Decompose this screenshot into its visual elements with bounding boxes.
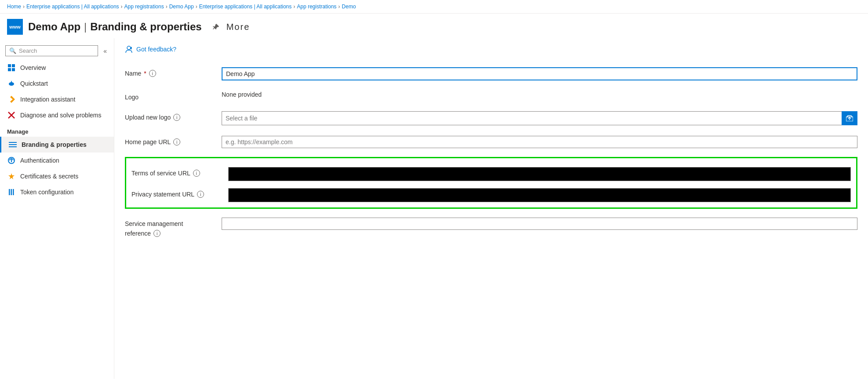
token-label: Token configuration [20, 189, 73, 196]
sidebar-item-overview[interactable]: Overview [0, 60, 114, 76]
svg-rect-16 [11, 189, 12, 195]
field-homepage [222, 136, 857, 148]
tos-input[interactable] [228, 167, 851, 181]
feedback-bar[interactable]: Got feedback? [125, 45, 857, 53]
label-upload-logo: Upload new logo i [125, 111, 222, 121]
search-area: 🔍 « [0, 42, 114, 60]
more-button[interactable]: More [225, 20, 252, 34]
form-container: Name * i Logo None provided [125, 62, 857, 242]
feedback-icon [125, 45, 133, 53]
overview-icon [7, 63, 16, 72]
svg-rect-10 [9, 144, 17, 145]
app-name: Demo App [28, 21, 80, 33]
logo-static-value: None provided [222, 88, 262, 98]
search-input[interactable] [19, 47, 94, 54]
highlighted-section: Terms of service URL i Privacy statement… [125, 157, 857, 209]
field-tos [228, 167, 851, 181]
authentication-label: Authentication [20, 157, 59, 164]
label-privacy: Privacy statement URL i [131, 188, 228, 198]
main-layout: 🔍 « Overview [0, 38, 868, 379]
collapse-button[interactable]: « [102, 46, 109, 56]
certificates-icon [7, 172, 16, 181]
label-tos: Terms of service URL i [131, 167, 228, 177]
svg-rect-0 [8, 64, 11, 67]
sidebar-item-quickstart[interactable]: Quickstart [0, 76, 114, 91]
homepage-info-icon[interactable]: i [173, 138, 180, 145]
feedback-label: Got feedback? [136, 46, 176, 53]
sidebar-item-authentication[interactable]: Authentication [0, 153, 114, 168]
service-mgmt-input[interactable] [222, 218, 857, 230]
label-logo: Logo [125, 91, 222, 101]
branding-label: Branding & properties [22, 141, 87, 148]
svg-rect-17 [13, 189, 14, 195]
breadcrumb-demo[interactable]: Demo [342, 4, 356, 10]
app-icon: www [7, 19, 23, 35]
integration-label: Integration assistant [20, 96, 75, 103]
form-row-name: Name * i [125, 62, 857, 86]
sidebar-item-integration[interactable]: Integration assistant [0, 91, 114, 107]
privacy-input[interactable] [228, 188, 851, 202]
header-actions: More [211, 20, 252, 34]
form-row-privacy: Privacy statement URL i [131, 185, 851, 202]
svg-rect-15 [9, 189, 10, 195]
label-name: Name * i [125, 67, 222, 77]
file-input[interactable] [222, 111, 842, 125]
field-service-mgmt [222, 218, 857, 230]
manage-section-header: Manage [0, 123, 114, 137]
integration-icon [7, 95, 16, 104]
breadcrumb-app-registrations-2[interactable]: App registrations [297, 4, 336, 10]
branding-icon [8, 140, 17, 149]
required-indicator: * [144, 70, 146, 77]
svg-point-18 [127, 46, 131, 50]
label-service-mgmt: Service management reference i [125, 218, 222, 237]
content-area: Got feedback? Name * i Logo [114, 38, 868, 379]
page-header: www Demo App | Branding & properties Mor… [0, 14, 868, 38]
file-browse-button[interactable] [842, 111, 857, 125]
form-row-logo: Logo None provided [125, 86, 857, 106]
breadcrumb: Home › Enterprise applications | All app… [0, 0, 868, 14]
sidebar: 🔍 « Overview [0, 38, 114, 379]
label-homepage: Home page URL i [125, 136, 222, 145]
homepage-input[interactable] [222, 136, 857, 148]
token-icon [7, 188, 16, 196]
sidebar-item-certificates[interactable]: Certificates & secrets [0, 168, 114, 184]
form-row-service-mgmt: Service management reference i [125, 212, 857, 242]
breadcrumb-demo-app-1[interactable]: Demo App [169, 4, 194, 10]
file-input-wrapper [222, 111, 857, 125]
name-info-icon[interactable]: i [149, 70, 156, 77]
sidebar-item-diagnose[interactable]: Diagnose and solve problems [0, 107, 114, 123]
sidebar-item-token[interactable]: Token configuration [0, 184, 114, 200]
field-upload-logo [222, 111, 857, 125]
quickstart-label: Quickstart [20, 80, 48, 87]
svg-rect-2 [8, 68, 11, 71]
svg-marker-5 [11, 80, 12, 83]
svg-rect-9 [9, 142, 17, 143]
certificates-label: Certificates & secrets [20, 173, 78, 180]
diagnose-icon [7, 111, 16, 120]
upload-logo-info-icon[interactable]: i [173, 114, 180, 121]
breadcrumb-home[interactable]: Home [7, 4, 21, 10]
svg-marker-6 [10, 96, 15, 103]
breadcrumb-enterprise-2[interactable]: Enterprise applications | All applicatio… [199, 4, 292, 10]
search-wrapper: 🔍 [5, 45, 98, 56]
field-privacy [228, 188, 851, 202]
field-logo: None provided [222, 91, 857, 98]
sidebar-item-branding[interactable]: Branding & properties [0, 137, 114, 153]
page-name: Branding & properties [90, 21, 201, 33]
breadcrumb-enterprise[interactable]: Enterprise applications | All applicatio… [26, 4, 119, 10]
field-name [222, 67, 857, 80]
form-row-homepage: Home page URL i [125, 131, 857, 153]
diagnose-label: Diagnose and solve problems [20, 112, 101, 119]
svg-marker-14 [8, 173, 15, 179]
svg-rect-11 [9, 146, 17, 147]
tos-info-icon[interactable]: i [193, 170, 200, 177]
form-row-upload-logo: Upload new logo i [125, 106, 857, 131]
name-input[interactable] [222, 67, 857, 80]
breadcrumb-app-registrations-1[interactable]: App registrations [124, 4, 164, 10]
quickstart-icon [7, 79, 16, 88]
privacy-info-icon[interactable]: i [197, 191, 204, 198]
service-mgmt-info-icon[interactable]: i [153, 230, 160, 237]
overview-label: Overview [20, 64, 46, 71]
svg-rect-1 [12, 64, 15, 67]
pin-button[interactable] [211, 22, 221, 32]
